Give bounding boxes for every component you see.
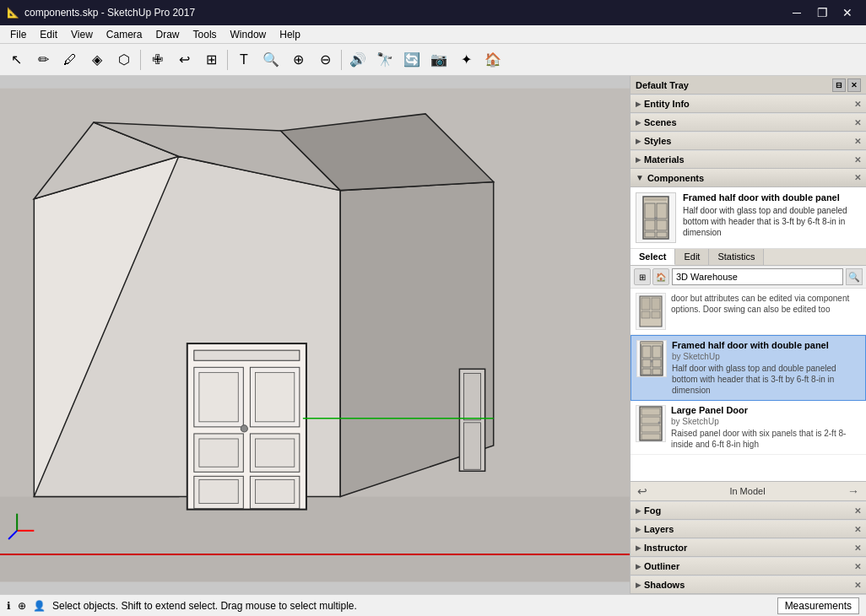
outliner-close[interactable]: ✕	[854, 562, 861, 571]
list-item-3[interactable]: Large Panel Door by SketchUp Raised pane…	[631, 401, 866, 455]
materials-close[interactable]: ✕	[854, 155, 861, 165]
main-area: Default Tray ⊟ ✕ ▶ Entity Info ✕ ▶ Scene…	[0, 76, 866, 594]
tab-statistics[interactable]: Statistics	[709, 249, 764, 265]
toolbar-button-16[interactable]: ✦	[453, 47, 479, 73]
tab-select[interactable]: Select	[631, 249, 675, 265]
section-fog[interactable]: ▶ Fog ✕	[631, 501, 866, 520]
section-shadows[interactable]: ▶ Shadows ✕	[631, 575, 866, 594]
fog-arrow: ▶	[636, 507, 641, 515]
component-preview: Framed half door with double panel Half …	[631, 187, 866, 249]
toolbar-button-9[interactable]: 🔍	[258, 47, 284, 73]
maximize-button[interactable]: ❐	[810, 1, 834, 24]
close-button[interactable]: ✕	[836, 1, 859, 24]
toolbar-button-5[interactable]: ✙	[144, 47, 170, 73]
menu-item-view[interactable]: View	[64, 27, 100, 42]
entity-info-label: Entity Info	[644, 99, 690, 109]
component-search-bar: ⊞ 🏠 🔍	[631, 266, 866, 289]
components-section-header[interactable]: ▼ Components ✕	[631, 169, 866, 187]
component-tabs: Select Edit Statistics	[631, 249, 866, 266]
toolbar-button-15[interactable]: 📷	[426, 47, 452, 73]
tray-dock-button[interactable]: ⊟	[832, 78, 846, 92]
svg-rect-20	[199, 479, 238, 503]
svg-rect-32	[645, 198, 667, 201]
component-title: Framed half door with double panel	[683, 192, 861, 203]
nav-forward-button[interactable]: →	[847, 484, 859, 498]
instructor-arrow: ▶	[636, 544, 641, 552]
menu-item-file[interactable]: File	[3, 27, 33, 42]
components-close[interactable]: ✕	[854, 173, 861, 182]
styles-close[interactable]: ✕	[854, 137, 861, 146]
grid-view-button[interactable]: ⊞	[634, 268, 651, 285]
scene-viewport	[0, 76, 630, 594]
status-message: Select objects. Shift to extend select. …	[52, 600, 357, 612]
toolbar: ↖✏🖊◈⬡✙↩⊞T🔍⊕⊖🔊🔭🔄📷✦🏠	[0, 44, 866, 76]
list-item[interactable]: door but attributes can be edited via co…	[631, 289, 866, 335]
list-item-by-3: by SketchUp	[671, 417, 861, 426]
component-list: door but attributes can be edited via co…	[631, 289, 866, 481]
toolbar-button-6[interactable]: ↩	[171, 47, 197, 73]
menu-item-tools[interactable]: Tools	[187, 27, 224, 42]
section-materials[interactable]: ▶ Materials ✕	[631, 150, 866, 169]
menu-item-help[interactable]: Help	[273, 27, 307, 42]
entity-info-close[interactable]: ✕	[854, 100, 861, 109]
list-item-desc-3: Raised panel door with six panels that i…	[671, 428, 861, 450]
toolbar-button-1[interactable]: ✏	[30, 47, 56, 73]
section-styles[interactable]: ▶ Styles ✕	[631, 132, 866, 150]
list-item-selected[interactable]: Framed half door with double panel by Sk…	[631, 335, 866, 401]
toolbar-button-17[interactable]: 🏠	[480, 47, 506, 73]
scenes-close[interactable]: ✕	[854, 118, 861, 127]
toolbar-button-11[interactable]: ⊖	[312, 47, 338, 73]
tray-close-button[interactable]: ✕	[847, 78, 861, 92]
menu-item-window[interactable]: Window	[224, 27, 273, 42]
toolbar-button-10[interactable]: ⊕	[285, 47, 311, 73]
svg-point-59	[658, 422, 661, 424]
section-layers[interactable]: ▶ Layers ✕	[631, 520, 866, 538]
scenes-label: Scenes	[644, 117, 677, 127]
toolbar-button-3[interactable]: ◈	[84, 47, 110, 73]
list-item-desc-selected: Half door with glass top and double pane…	[672, 363, 860, 396]
svg-rect-41	[641, 298, 650, 310]
toolbar-button-7[interactable]: ⊞	[198, 47, 224, 73]
menu-item-camera[interactable]: Camera	[100, 27, 149, 42]
scenes-arrow: ▶	[636, 119, 641, 127]
instructor-close[interactable]: ✕	[854, 543, 861, 553]
tray-controls: ⊟ ✕	[832, 78, 861, 92]
section-instructor[interactable]: ▶ Instructor ✕	[631, 538, 866, 557]
svg-rect-44	[652, 311, 660, 318]
statusbar-left: ℹ ⊕ 👤 Select objects. Shift to extend se…	[7, 600, 357, 612]
svg-rect-10	[194, 350, 300, 360]
toolbar-button-2[interactable]: 🖊	[57, 47, 83, 73]
section-scenes[interactable]: ▶ Scenes ✕	[631, 113, 866, 132]
section-outliner[interactable]: ▶ Outliner ✕	[631, 557, 866, 575]
svg-rect-26	[463, 423, 480, 469]
tab-edit[interactable]: Edit	[675, 249, 709, 265]
layers-label: Layers	[644, 524, 674, 534]
menu-item-draw[interactable]: Draw	[149, 27, 187, 42]
status-info-icon: ℹ	[7, 600, 11, 612]
toolbar-button-8[interactable]: T	[231, 47, 257, 73]
nav-back-button[interactable]: ↩	[637, 484, 647, 498]
svg-rect-34	[657, 203, 667, 219]
toolbar-button-0[interactable]: ↖	[3, 47, 29, 73]
layers-close[interactable]: ✕	[854, 525, 861, 534]
styles-label: Styles	[644, 136, 671, 146]
menu-item-edit[interactable]: Edit	[33, 27, 64, 42]
toolbar-button-14[interactable]: 🔄	[399, 47, 425, 73]
fog-close[interactable]: ✕	[854, 506, 861, 516]
shadows-label: Shadows	[644, 580, 685, 590]
section-entity-info[interactable]: ▶ Entity Info ✕	[631, 95, 866, 113]
right-panel: Default Tray ⊟ ✕ ▶ Entity Info ✕ ▶ Scene…	[630, 76, 866, 594]
canvas-area[interactable]	[0, 76, 630, 594]
svg-rect-38	[657, 232, 667, 237]
search-input[interactable]	[672, 268, 843, 285]
materials-arrow: ▶	[636, 156, 641, 164]
toolbar-button-12[interactable]: 🔊	[345, 47, 371, 73]
shadows-close[interactable]: ✕	[854, 581, 861, 590]
search-button[interactable]: 🔍	[846, 268, 863, 285]
minimize-button[interactable]: ─	[785, 1, 809, 24]
component-thumbnail	[636, 192, 676, 243]
home-button[interactable]: 🏠	[652, 268, 669, 285]
door-thumb-2	[638, 341, 665, 376]
toolbar-button-4[interactable]: ⬡	[111, 47, 137, 73]
toolbar-button-13[interactable]: 🔭	[372, 47, 398, 73]
